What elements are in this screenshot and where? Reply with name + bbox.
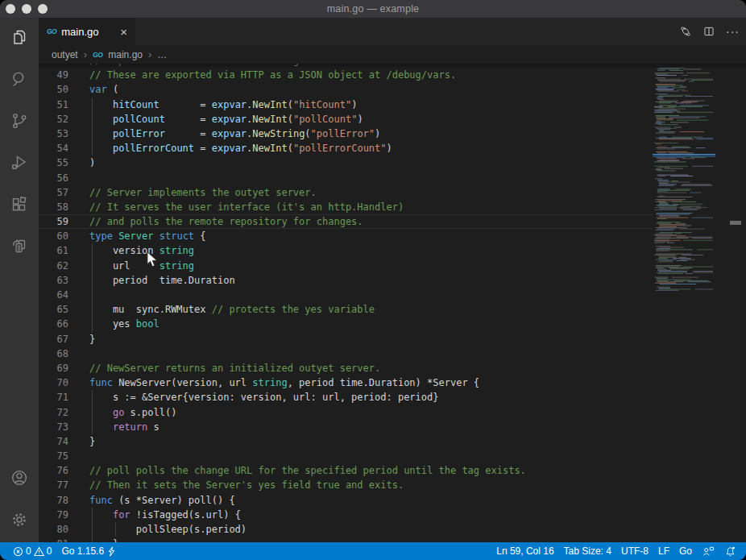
feedback-icon[interactable] bbox=[697, 542, 719, 560]
extensions-icon[interactable] bbox=[0, 185, 39, 224]
code-text: mu sync.RWMutex // protects the yes vari… bbox=[89, 302, 653, 317]
line-number[interactable]: 68 bbox=[39, 346, 68, 361]
source-control-icon[interactable] bbox=[0, 102, 39, 140]
breadcrumb-symbol[interactable]: … bbox=[157, 49, 167, 60]
line-number[interactable]: 63 bbox=[39, 273, 68, 288]
line-number[interactable]: 79 bbox=[39, 508, 68, 522]
line-number[interactable]: 60 bbox=[39, 229, 68, 243]
line-number[interactable]: 65 bbox=[39, 302, 68, 317]
code-line-79[interactable]: 79 for !isTagged(s.url) { bbox=[39, 508, 653, 522]
code-line-56[interactable]: 56 bbox=[39, 171, 653, 185]
code-line-81[interactable]: 81 } bbox=[39, 537, 653, 542]
minimap-canvas[interactable] bbox=[653, 66, 715, 295]
split-editor-icon[interactable] bbox=[702, 25, 715, 38]
line-number[interactable]: 77 bbox=[39, 478, 68, 492]
line-number[interactable]: 52 bbox=[39, 112, 68, 127]
minimap[interactable] bbox=[653, 66, 715, 295]
code-line-64[interactable]: 64 bbox=[39, 288, 653, 302]
error-icon bbox=[13, 546, 23, 557]
line-number[interactable]: 73 bbox=[39, 420, 68, 434]
run-debug-icon[interactable] bbox=[0, 143, 39, 182]
language-mode-status[interactable]: Go bbox=[674, 542, 697, 560]
code-line-61[interactable]: 61 version string bbox=[39, 243, 653, 258]
code-line-58[interactable]: 58// It serves the user interface (it's … bbox=[39, 200, 653, 214]
code-line-80[interactable]: 80 pollSleep(s.period) bbox=[39, 522, 653, 537]
line-number[interactable]: 75 bbox=[39, 449, 68, 463]
line-number[interactable]: 69 bbox=[39, 361, 68, 375]
code-line-69[interactable]: 69// NewServer returns an initialized ou… bbox=[39, 361, 653, 375]
doc-sync-icon[interactable] bbox=[0, 227, 39, 266]
line-number[interactable]: 54 bbox=[39, 141, 68, 156]
code-line-78[interactable]: 78func (s *Server) poll() { bbox=[39, 493, 653, 508]
line-number[interactable]: 64 bbox=[39, 288, 68, 302]
close-window-button[interactable] bbox=[6, 4, 15, 14]
code-line-63[interactable]: 63 period time.Duration bbox=[39, 273, 653, 288]
code-line-62[interactable]: 62 url string bbox=[39, 259, 653, 273]
line-number[interactable]: 49 bbox=[39, 68, 68, 82]
line-number[interactable]: 61 bbox=[39, 243, 68, 258]
line-number[interactable]: 72 bbox=[39, 405, 68, 420]
search-icon[interactable] bbox=[0, 60, 39, 98]
line-number[interactable]: 59 bbox=[39, 214, 68, 229]
code-line-77[interactable]: 77// Then it sets the Server's yes field… bbox=[39, 478, 653, 492]
line-number[interactable]: 53 bbox=[39, 127, 68, 141]
code-line-51[interactable]: 51 hitCount = expvar.NewInt("hitCount") bbox=[39, 97, 653, 112]
line-number[interactable]: 76 bbox=[39, 463, 68, 478]
line-number[interactable]: 50 bbox=[39, 82, 68, 97]
tab-main-go[interactable]: GO main.go × bbox=[39, 18, 135, 45]
code-line-74[interactable]: 74} bbox=[39, 434, 653, 449]
line-number[interactable]: 81 bbox=[39, 537, 68, 542]
line-number[interactable]: 57 bbox=[39, 185, 68, 200]
zoom-window-button[interactable] bbox=[38, 4, 48, 14]
code-line-65[interactable]: 65 mu sync.RWMutex // protects the yes v… bbox=[39, 302, 653, 317]
code-line-54[interactable]: 54 pollErrorCount = expvar.NewInt("pollE… bbox=[39, 141, 653, 156]
code-line-70[interactable]: 70func NewServer(version, url string, pe… bbox=[39, 375, 653, 390]
line-number[interactable]: 58 bbox=[39, 200, 68, 214]
code-line-57[interactable]: 57// Server implements the outyet server… bbox=[39, 185, 653, 200]
more-actions-icon[interactable]: ··· bbox=[726, 27, 740, 35]
code-line-72[interactable]: 72 go s.poll() bbox=[39, 405, 653, 420]
line-number[interactable]: 78 bbox=[39, 493, 68, 508]
code-line-49[interactable]: 49// These are exported via HTTP as a JS… bbox=[39, 68, 653, 82]
token: // NewServer returns an initialized outy… bbox=[89, 363, 380, 374]
code-line-52[interactable]: 52 pollCount = expvar.NewInt("pollCount"… bbox=[39, 112, 653, 127]
code-line-68[interactable]: 68 bbox=[39, 346, 653, 361]
line-number[interactable]: 62 bbox=[39, 259, 68, 273]
code-line-53[interactable]: 53 pollError = expvar.NewString("pollErr… bbox=[39, 127, 653, 141]
notifications-icon[interactable] bbox=[719, 542, 741, 560]
code-line-71[interactable]: 71 s := &Server{version: version, url: u… bbox=[39, 390, 653, 404]
breadcrumb-file[interactable]: main.go bbox=[108, 49, 143, 60]
accounts-icon[interactable] bbox=[0, 458, 39, 497]
code-line-67[interactable]: 67} bbox=[39, 332, 653, 346]
settings-gear-icon[interactable] bbox=[0, 500, 39, 539]
line-number[interactable]: 74 bbox=[39, 434, 68, 449]
cursor-position-status[interactable]: Ln 59, Col 16 bbox=[491, 542, 558, 560]
line-number[interactable]: 80 bbox=[39, 522, 68, 537]
open-changes-icon[interactable] bbox=[679, 25, 692, 38]
code-line-75[interactable]: 75 bbox=[39, 449, 653, 463]
code-line-59[interactable]: 59// and polls the remote repository for… bbox=[39, 214, 653, 229]
line-number[interactable]: 70 bbox=[39, 375, 68, 390]
breadcrumb-folder[interactable]: outyet bbox=[52, 49, 78, 60]
indentation-status[interactable]: Tab Size: 4 bbox=[559, 542, 616, 560]
explorer-icon[interactable] bbox=[0, 18, 39, 56]
code-line-55[interactable]: 55) bbox=[39, 156, 653, 170]
code-line-60[interactable]: 60type Server struct { bbox=[39, 229, 653, 243]
line-number[interactable]: 51 bbox=[39, 97, 68, 112]
code-line-50[interactable]: 50var ( bbox=[39, 82, 653, 97]
line-number[interactable]: 66 bbox=[39, 317, 68, 331]
eol-status[interactable]: LF bbox=[653, 542, 674, 560]
code-line-73[interactable]: 73 return s bbox=[39, 420, 653, 434]
close-tab-icon[interactable]: × bbox=[120, 26, 127, 38]
editor[interactable]: 48// Exported variables for monitoring t… bbox=[39, 64, 746, 542]
minimize-window-button[interactable] bbox=[22, 4, 31, 14]
encoding-status[interactable]: UTF-8 bbox=[616, 542, 653, 560]
line-number[interactable]: 71 bbox=[39, 390, 68, 404]
go-version-status[interactable]: Go 1.15.6 bbox=[56, 542, 121, 560]
code-line-76[interactable]: 76// poll polls the change URL for the s… bbox=[39, 463, 653, 478]
code-line-66[interactable]: 66 yes bool bbox=[39, 317, 653, 331]
line-number[interactable]: 55 bbox=[39, 156, 68, 170]
line-number[interactable]: 67 bbox=[39, 332, 68, 346]
line-number[interactable]: 56 bbox=[39, 171, 68, 185]
problems-status[interactable]: 0 0 bbox=[8, 542, 56, 560]
